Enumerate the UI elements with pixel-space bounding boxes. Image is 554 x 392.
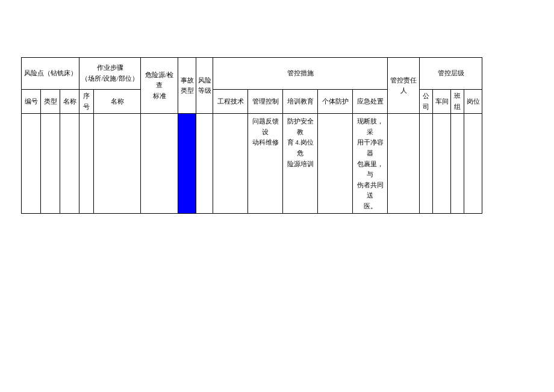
header-training: 培训教育 <box>283 90 318 114</box>
header-name: 名称 <box>60 90 79 114</box>
cell-training: 防护安全教 育 4.岗位危 险源培训 <box>283 114 318 213</box>
header-hazard-std: 危险源/检查 标准 <box>141 58 178 114</box>
header-post: 岗位 <box>464 90 482 114</box>
cell-company <box>420 114 433 213</box>
header-control-level: 管控层级 <box>420 58 482 90</box>
table-row: 问题反馈设 动科维修 防护安全教 育 4.岗位危 险源培训 现断肢，采 用干净容… <box>22 114 482 213</box>
header-workshop: 车间 <box>433 90 451 114</box>
header-control-measures: 管控措施 <box>213 58 388 90</box>
cell-post <box>464 114 482 213</box>
cell-emergency: 现断肢，采 用干净容器 包裹里，与 伤者共同送 医。 <box>353 114 388 213</box>
header-step-name: 名称 <box>94 90 141 114</box>
header-eng: 工程技术 <box>213 90 248 114</box>
header-company: 公 司 <box>420 90 433 114</box>
cell-ppe <box>318 114 353 213</box>
risk-control-table: 风险点（钻铣床） 作业步骤 （场所/设施/部位） 危险源/检查 标准 事故 类型… <box>21 57 482 214</box>
header-type: 类型 <box>41 90 60 114</box>
cell-hazard <box>141 114 178 213</box>
cell-mgmt: 问题反馈设 动科维修 <box>248 114 283 213</box>
cell-seq <box>79 114 94 213</box>
header-no: 编号 <box>22 90 41 114</box>
cell-no <box>22 114 41 213</box>
cell-type <box>41 114 60 213</box>
header-team: 班 组 <box>451 90 464 114</box>
header-risk-level: 风险 等级 <box>196 58 213 114</box>
header-accident-type: 事故 类型 <box>178 58 196 114</box>
cell-risk-level <box>196 114 213 213</box>
cell-team <box>451 114 464 213</box>
header-emergency: 应急处置 <box>353 90 388 114</box>
cell-eng <box>213 114 248 213</box>
header-resp-person: 管控责任人 <box>388 58 420 114</box>
header-seq: 序号 <box>79 90 94 114</box>
header-ppe: 个体防护 <box>318 90 353 114</box>
cell-accident-type <box>178 114 196 213</box>
header-work-steps: 作业步骤 （场所/设施/部位） <box>79 58 141 90</box>
cell-step-name <box>94 114 141 213</box>
header-mgmt: 管理控制 <box>248 90 283 114</box>
cell-resp-person <box>388 114 420 213</box>
cell-workshop <box>433 114 451 213</box>
cell-name <box>60 114 79 213</box>
header-risk-point: 风险点（钻铣床） <box>22 58 79 90</box>
